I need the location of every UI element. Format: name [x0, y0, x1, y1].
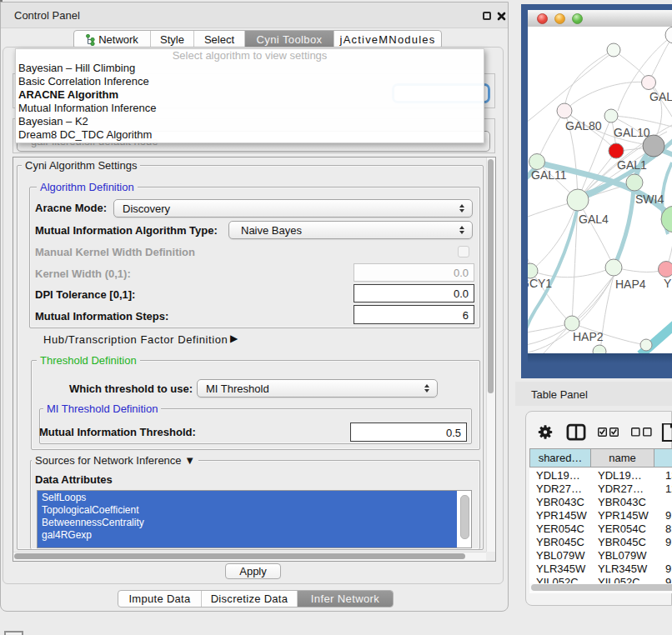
svg-text:GAL10: GAL10: [614, 126, 650, 139]
svg-text:GAL1: GAL1: [617, 158, 647, 172]
svg-text:SWI4: SWI4: [635, 192, 664, 206]
svg-text:GAL11: GAL11: [531, 168, 567, 182]
svg-text:GCY1: GCY1: [528, 277, 552, 290]
svg-text:HAP4: HAP4: [615, 278, 646, 291]
svg-text:GAL80: GAL80: [565, 119, 602, 132]
svg-text:HAP2: HAP2: [573, 330, 604, 343]
svg-text:Y: Y: [664, 277, 672, 290]
svg-text:GAL4: GAL4: [579, 212, 609, 226]
svg-text:GAL7: GAL7: [649, 90, 672, 103]
